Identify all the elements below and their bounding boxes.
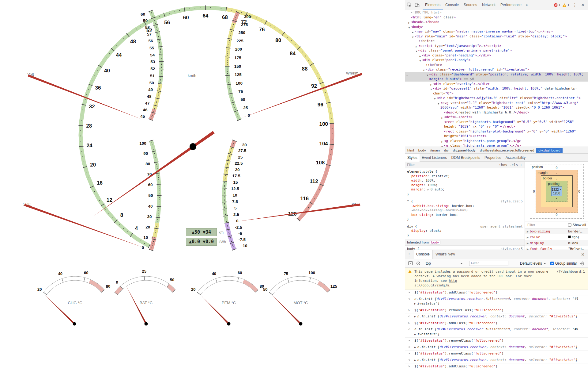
close-devtools-icon[interactable]: ✕ xyxy=(579,1,587,9)
elements-tree-row[interactable]: height="1059" rx="0" ry="0"></rect> xyxy=(405,124,588,129)
elements-tree-row[interactable]: ▼<div class="receiver fullscreened" id="… xyxy=(405,67,588,72)
elements-tree-row[interactable]: <rect class="highcharts-plot-background"… xyxy=(405,129,588,134)
styles-tab-event-listeners[interactable]: Event Listeners xyxy=(420,154,449,162)
kebab-menu-icon[interactable]: ⋮ xyxy=(571,1,579,9)
style-rule[interactable]: style.css:5body {font-family: "Helvetica… xyxy=(405,246,525,250)
css-property[interactable]: position: relative; xyxy=(407,174,523,179)
box-model[interactable]: position 0 0 margin - - border - - xyxy=(530,164,584,219)
styles-tab-accessibility[interactable]: Accessibility xyxy=(503,154,528,162)
breadcrumb-item[interactable]: #main xyxy=(428,148,442,153)
elements-tree-row[interactable]: ::before xyxy=(405,39,588,44)
group-similar-checkbox[interactable]: Group similar xyxy=(550,261,577,266)
styles-pane[interactable]: Filter :hov .cls + element.style {positi… xyxy=(405,162,525,250)
breadcrumb-item[interactable]: div xyxy=(442,148,451,153)
elements-tree-row[interactable]: 2000/svg" width="1260" height="1061" vie… xyxy=(405,105,588,110)
css-property[interactable]: width: 100%; xyxy=(407,178,523,183)
console-settings-icon[interactable] xyxy=(578,260,586,267)
close-console-icon[interactable]: ✕ xyxy=(579,251,587,258)
tab-sources[interactable]: Sources xyxy=(461,0,480,10)
style-rule[interactable]: element.style {position: relative;width:… xyxy=(405,168,525,198)
css-property[interactable]: -moz-box-sizing: border-box; xyxy=(407,208,523,213)
computed-filter[interactable]: Filter xyxy=(527,223,535,227)
tree-expand-icon[interactable]: ▶ xyxy=(441,144,444,147)
elements-tree-row[interactable]: ▶<div class="overlay">…</div> xyxy=(405,82,588,86)
elements-tree[interactable]: <!DOCTYPE html><html lang="en" class>▶<h… xyxy=(405,10,588,147)
css-property[interactable]: box-sizing: border-box; xyxy=(407,213,523,217)
elements-tree-row[interactable]: ▼<body> xyxy=(405,25,588,29)
more-tabs-button[interactable]: » xyxy=(524,0,530,10)
elements-tree-row[interactable]: ::before xyxy=(405,63,588,67)
console-warning[interactable]: This page includes a password or credit … xyxy=(405,268,588,289)
console-command[interactable]: >$("#livestatus").removeClass('fullscree… xyxy=(405,351,588,357)
log-levels-select[interactable]: Default levels xyxy=(520,261,546,266)
elements-tree-row[interactable]: ▶<defs>…</defs> xyxy=(405,115,588,120)
error-badge[interactable]: 1 xyxy=(554,3,560,7)
clear-console-icon[interactable] xyxy=(414,260,422,267)
elements-tree-row[interactable]: <html lang="en" class> xyxy=(405,15,588,20)
elements-tree-row[interactable]: margin: 0 auto"> == $0 xyxy=(405,77,588,82)
console-command[interactable]: >$("#livestatus").addClass('fullscreened… xyxy=(405,289,588,296)
console-result[interactable]: < n.fn.init [div#livestatus.receiver.ful… xyxy=(405,296,588,307)
style-rule[interactable]: style.css:5* {-webkit-box-sizing: border… xyxy=(405,198,525,223)
style-rule[interactable]: user agent stylesheetdiv {display: block… xyxy=(405,223,525,240)
console-command[interactable]: >$("#livestatus").addClass('fullscreened… xyxy=(405,363,588,368)
elements-tree-row[interactable]: ▼<svg version="1.1" class="highcharts-ro… xyxy=(405,101,588,105)
console-kebab-icon[interactable]: ⋮ xyxy=(405,251,413,258)
tab-performance[interactable]: Performance xyxy=(498,0,524,10)
elements-tree-row[interactable]: <desc>Created with Highcharts 6.0.7</des… xyxy=(405,110,588,115)
styles-filter[interactable]: Filter :hov .cls + xyxy=(405,162,525,168)
elements-tree-row[interactable]: ▼<div id="highcharts-w6jy0lm-0" dir="ltr… xyxy=(405,96,588,101)
computed-property[interactable]: ▶font-family"Helvet… xyxy=(525,246,588,250)
console-result[interactable]: <▶ n.fn.init [div#livestatus.receiver, c… xyxy=(405,357,588,364)
console-tab-what-s-new[interactable]: What's New xyxy=(433,250,458,259)
css-property[interactable]: margin: ▶ 0 auto; xyxy=(407,187,523,192)
elements-tree-row[interactable]: ▶<head>…</head> xyxy=(405,20,588,25)
stylesheet-link[interactable]: style.css:5 xyxy=(500,199,523,204)
device-toolbar-icon[interactable] xyxy=(413,1,421,9)
console-result[interactable]: < n.fn.init [div#livestatus.receiver.ful… xyxy=(405,326,588,338)
styles-tab-dom-breakpoints[interactable]: DOM Breakpoints xyxy=(449,154,482,162)
stylesheet-link[interactable]: style.css:5 xyxy=(500,247,523,250)
elements-tree-row[interactable]: ▼<div id="gaugeset1" style="width: 100%;… xyxy=(405,86,588,91)
console-tab-console[interactable]: Console xyxy=(413,250,433,259)
breadcrumb-item[interactable]: div#livestatus.receiver.fullscreened xyxy=(478,148,537,153)
tab-elements[interactable]: Elements xyxy=(423,0,443,10)
console-filter-input[interactable]: Filter xyxy=(469,261,508,266)
computed-property[interactable]: ▶box-sizingborder… xyxy=(525,228,588,234)
styles-tab-styles[interactable]: Styles xyxy=(405,154,420,162)
breadcrumb-item[interactable]: body xyxy=(416,148,428,153)
console-command[interactable]: >$("#livestatus").removeClass('fullscree… xyxy=(405,338,588,344)
elements-tree-row[interactable]: height="1061"></rect> xyxy=(405,134,588,139)
inspect-element-icon[interactable] xyxy=(405,1,413,9)
console-command[interactable]: >$("#livestatus").addClass('fullscreened… xyxy=(405,320,588,327)
tab-network[interactable]: Network xyxy=(480,0,498,10)
elements-tree-row[interactable]: …▼<div class="dashboard" style="position… xyxy=(405,72,588,77)
elements-tree-row[interactable]: ▶<g class="highcharts-pane-group">…</g> xyxy=(405,143,588,147)
elements-tree-row[interactable]: ▼<div role="main" id="main" class="conta… xyxy=(405,34,588,39)
breadcrumb-item[interactable]: div.dashboard xyxy=(536,148,562,153)
breadcrumb-item[interactable]: html xyxy=(405,148,416,153)
elements-tree-row[interactable]: ▼<div class="panel-body"> xyxy=(405,58,588,63)
styles-filter-toggles[interactable]: :hov .cls + xyxy=(499,163,522,167)
console-context-select[interactable]: top xyxy=(426,261,463,266)
elements-tree-row[interactable]: ▶<script type="text/javascript">…</scrip… xyxy=(405,44,588,48)
styles-tab-properties[interactable]: Properties xyxy=(482,154,503,162)
console-result[interactable]: <▶ n.fn.init [div#livestatus.receiver, c… xyxy=(405,344,588,351)
computed-property[interactable]: ▶colorrgb(… xyxy=(525,234,588,240)
console-messages[interactable]: This page includes a password or credit … xyxy=(405,268,588,368)
console-command[interactable]: >$("#livestatus").removeClass('fullscree… xyxy=(405,307,588,314)
elements-tree-row[interactable]: chart="0"> xyxy=(405,91,588,96)
elements-tree-row[interactable]: ▼<div class="panel panel-primary panel-s… xyxy=(405,48,588,53)
elements-tree-row[interactable]: ▶<div class="panel-heading">…</div> xyxy=(405,53,588,58)
css-property[interactable]: display: block; xyxy=(407,229,523,233)
css-property[interactable]: height: 100%; xyxy=(407,183,523,188)
warning-source-link[interactable]: /#/dashboard:1 xyxy=(556,269,585,274)
computed-property[interactable]: ▶displayblock xyxy=(525,240,588,246)
breadcrumb-item[interactable]: div.panel-body xyxy=(451,148,478,153)
console-sidebar-icon[interactable] xyxy=(406,260,414,267)
show-all-checkbox[interactable]: Show all xyxy=(568,223,586,227)
elements-tree-row[interactable]: <rect class="highcharts-background" x="0… xyxy=(405,120,588,125)
tab-console[interactable]: Console xyxy=(443,0,461,10)
console-result[interactable]: <▶ n.fn.init [div#livestatus.receiver, c… xyxy=(405,313,588,320)
css-property[interactable]: -webkit-box-sizing: border-box; xyxy=(407,204,523,209)
